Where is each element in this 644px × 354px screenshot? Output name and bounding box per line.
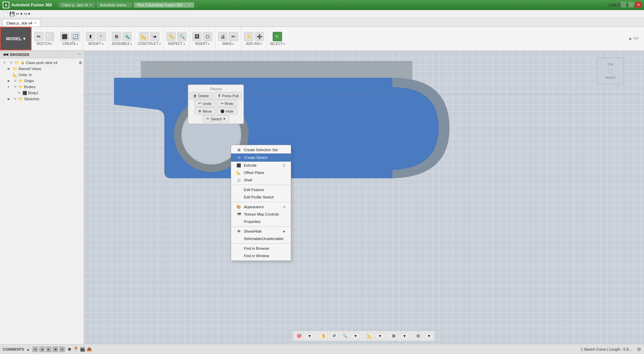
browser-collapse-icon[interactable]: ◀◀ <box>3 52 8 57</box>
sketch-dropdown-button[interactable]: ✏ Sketch ▾ <box>203 115 229 122</box>
ctx-find-browser[interactable]: Find in Browser <box>231 245 291 252</box>
body1-visibility-icon[interactable]: 👁 <box>17 91 21 95</box>
sketch-pencil-small-icon: ✏ <box>206 117 209 121</box>
ctx-shell[interactable]: ◻ Shell <box>231 176 291 184</box>
ctx-show-hide[interactable]: 👁 Show/Hide ▶ <box>231 228 291 235</box>
maximize-button[interactable]: □ <box>628 2 634 8</box>
ctx-extrude[interactable]: ⬛ Extrude E <box>231 162 291 169</box>
ctx-edit-profile-sketch[interactable]: Edit Profile Sketch <box>231 193 291 201</box>
doc-tab-3[interactable]: Part 3 Autodesk Fusion 360 ... ✕ <box>134 2 194 8</box>
undo-quick-icon[interactable]: ↩ <box>16 12 19 16</box>
tree-item-units[interactable]: 📐 Units: in <box>0 72 84 78</box>
playback-stop-button[interactable]: ⏹ <box>53 347 58 352</box>
doc-tab-1[interactable]: Class p...tick v4 ✕ <box>59 2 95 8</box>
vp-snap-button[interactable]: ⊟ <box>414 332 423 340</box>
hole-button[interactable]: ⬤ Hole <box>217 108 237 115</box>
root-visibility-icon[interactable]: 👁 <box>9 60 13 65</box>
timeline-export-icon[interactable]: 📤 <box>87 347 92 352</box>
toolbar-group-make[interactable]: 🖨 ✂ MAKE <box>215 27 241 50</box>
ctx-edit-feature[interactable]: Edit Feature <box>231 186 291 193</box>
doc-tab-2[interactable]: Autodesk online... <box>97 2 132 8</box>
ctx-create-sketch[interactable]: ✏ Create Sketch <box>231 154 291 162</box>
move-button[interactable]: ⊕ Move <box>195 108 215 115</box>
ctx-properties[interactable]: Properties <box>231 218 291 225</box>
vp-camera-arrow-icon[interactable]: ▾ <box>305 332 314 340</box>
toolbar-group-sketch[interactable]: ✏ ⬜ SKETCH <box>32 27 57 50</box>
ctx-appearance[interactable]: 🎨 Appearance A <box>231 203 291 211</box>
context-menu: ⊞ Create Selection Set ✏ Create Sketch ⬛… <box>231 145 291 261</box>
browser-options-icon[interactable]: ⋯ <box>77 52 81 57</box>
toolbar-right-area: ▶ TIP <box>624 27 644 50</box>
ctx-texture-map[interactable]: 🗺 Texture Map Controls <box>231 211 291 218</box>
toolbar-group-select[interactable]: ↖ SELECT <box>267 27 287 50</box>
toolbar-group-construct[interactable]: 📐 ➜ CONSTRUCT <box>135 27 164 50</box>
vp-snap-arrow-icon[interactable]: ▾ <box>424 332 434 340</box>
delete-button[interactable]: 🗑 Delete <box>190 92 213 99</box>
tree-item-bodies[interactable]: ▾ 👁 📁 Bodies <box>0 84 84 90</box>
vp-camera-button[interactable]: 🎯 <box>294 332 304 340</box>
minimize-button[interactable]: — <box>621 2 627 8</box>
timeline-marker-icon[interactable]: 📍 <box>73 347 78 352</box>
timeline-camera-icon[interactable]: 🎬 <box>80 347 85 352</box>
playback-play-button[interactable]: ▶ <box>46 347 51 352</box>
toolbar-group-modify[interactable]: ⬆ ◜ MODIFY <box>83 27 109 50</box>
doc-tab-close[interactable]: ✕ <box>34 21 37 25</box>
vp-pan-button[interactable]: ✋ <box>319 332 328 340</box>
toolbar-group-create[interactable]: ⬛ 🔄 CREATE <box>57 27 83 50</box>
tab-close-3[interactable]: ✕ <box>188 3 191 7</box>
vp-zoom-button[interactable]: 🔍 <box>340 332 350 340</box>
tab-label-1: Class p...tick v4 <box>62 3 88 7</box>
vp-orbit-button[interactable]: ↺ <box>329 332 339 340</box>
view-cube[interactable]: TOP ⬡ FRONT <box>597 58 624 84</box>
vp-grid-button[interactable]: ⊞ <box>389 332 398 340</box>
toolbar-group-assemble[interactable]: ⚙ 🔩 ASSEMBLE <box>109 27 135 50</box>
toolbar-group-inspect[interactable]: 📏 🔍 INSPECT <box>164 27 190 50</box>
model-button[interactable]: MODEL ▾ <box>0 27 32 50</box>
root-lock-icon: 🔒 <box>20 60 25 65</box>
origin-visibility-icon[interactable]: 👁 <box>13 78 17 83</box>
redo-button[interactable]: ↪ Redo <box>217 100 237 107</box>
undo-arrow-icon[interactable]: ▾ <box>20 12 22 16</box>
redo-arrow-icon[interactable]: ▾ <box>28 12 30 16</box>
root-settings-icon[interactable]: ⚙ <box>79 61 82 65</box>
ctx-offset-plane[interactable]: 📐 Offset Plane <box>231 169 291 176</box>
playback-start-button[interactable]: ⏮ <box>33 347 38 352</box>
undo-button[interactable]: ↩ Undo <box>195 100 215 107</box>
delete-icon: 🗑 <box>193 94 197 98</box>
redo-quick-icon[interactable]: ↪ <box>24 12 27 16</box>
bodies-visibility-icon[interactable]: 👁 <box>13 84 17 89</box>
comments-collapse-icon[interactable]: ▲ <box>26 347 30 351</box>
ctx-properties-icon <box>236 219 241 224</box>
close-button[interactable]: ✕ <box>635 2 641 8</box>
toolbar-group-insert[interactable]: 🖼 ⬡ INSERT <box>190 27 215 50</box>
bottom-settings-icon[interactable]: ⚙ <box>637 347 641 352</box>
active-doc-tab[interactable]: Class p...tick v4 ✕ <box>3 19 40 26</box>
save-icon[interactable]: 💾 <box>9 11 15 16</box>
construct-axis-icon: ➜ <box>150 32 159 41</box>
tree-item-body1[interactable]: 👁 ⬛ Body1 <box>0 90 84 96</box>
tab-close-1[interactable]: ✕ <box>89 3 92 7</box>
vp-display-arrow-icon[interactable]: ▾ <box>375 332 385 340</box>
vp-display-mode-button[interactable]: 📐 <box>365 332 374 340</box>
doc-tab-bar: Class p...tick v4 ✕ <box>0 18 644 27</box>
tree-item-named-views[interactable]: ▶ 📁 Named Views <box>0 66 84 72</box>
ctx-find-window[interactable]: Find in Window <box>231 252 291 259</box>
vp-zoom-arrow-icon[interactable]: ▾ <box>351 332 360 340</box>
new-icon[interactable]: 📄 <box>3 11 8 16</box>
toolbar-group-addins[interactable]: ⚡ ➕ ADD-INS <box>241 27 267 50</box>
sketches-visibility-icon[interactable]: 👁 <box>13 97 17 101</box>
units-label: Units: in <box>18 73 32 77</box>
hole-icon: ⬤ <box>220 109 224 113</box>
playback-prev-button[interactable]: ◀ <box>39 347 45 352</box>
viewport[interactable]: Repeat 🗑 Delete ⬆ Press Pull ↩ Undo ↪ <box>84 51 644 344</box>
ctx-selectable[interactable]: Selectable/Unselectable <box>231 235 291 242</box>
playback-end-button[interactable]: ⏭ <box>59 347 65 352</box>
tree-item-sketches[interactable]: ▶ 👁 📁 Sketches <box>0 96 84 102</box>
timeline-record-icon[interactable]: ⏺ <box>67 347 72 352</box>
tree-item-root[interactable]: ▾ 👁 📁 🔒 Class push stick v4 ⚙ <box>0 60 84 66</box>
vp-grid-arrow-icon[interactable]: ▾ <box>400 332 409 340</box>
select-cursor-icon: ↖ <box>273 32 282 41</box>
tree-item-origin[interactable]: ▶ 👁 📁 Origin <box>0 78 84 84</box>
ctx-create-selection-set[interactable]: ⊞ Create Selection Set <box>231 146 291 154</box>
press-pull-button[interactable]: ⬆ Press Pull <box>214 92 243 99</box>
